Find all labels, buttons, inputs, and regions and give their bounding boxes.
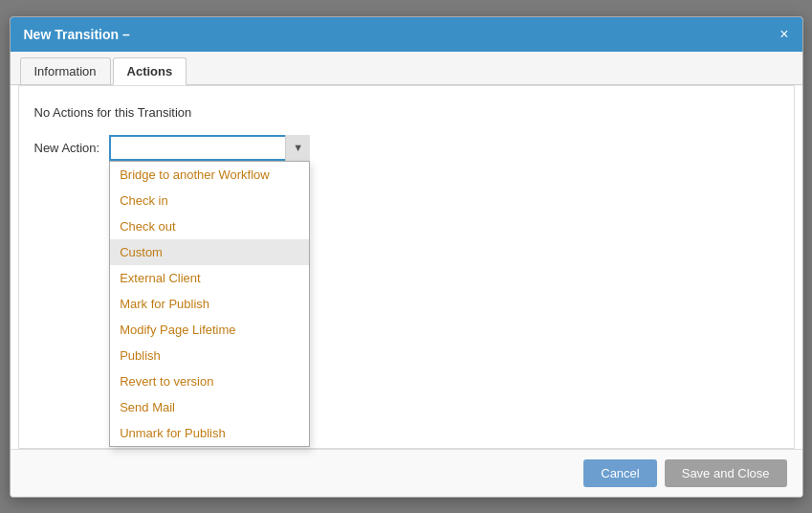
dropdown-item-external-client[interactable]: External Client: [110, 265, 309, 291]
modal-body: No Actions for this Transition New Actio…: [18, 85, 795, 449]
modal-footer: Cancel Save and Close: [11, 449, 802, 497]
dropdown-item-publish[interactable]: Publish: [110, 343, 309, 368]
close-icon[interactable]: ×: [779, 27, 788, 42]
dropdown-item-unmark-for-publish[interactable]: Unmark for Publish: [110, 420, 309, 446]
dropdown-item-bridge[interactable]: Bridge to another Workflow: [110, 162, 309, 188]
tab-actions[interactable]: Actions: [113, 57, 187, 85]
modal-dialog: New Transition – × Information Actions N…: [10, 16, 803, 498]
dropdown-item-checkin[interactable]: Check in: [110, 188, 309, 213]
new-action-select-wrapper[interactable]: | ▼ Bridge to another Workflow Check in …: [109, 135, 310, 161]
dropdown-item-custom[interactable]: Custom: [110, 239, 309, 265]
tab-bar: Information Actions: [11, 52, 802, 85]
dropdown-item-checkout[interactable]: Check out: [110, 213, 309, 239]
cancel-button[interactable]: Cancel: [583, 459, 656, 487]
new-action-label: New Action:: [34, 141, 100, 155]
new-action-input[interactable]: |: [109, 135, 310, 161]
new-action-row: New Action: | ▼ Bridge to another Workfl…: [34, 135, 779, 161]
dropdown-item-revert-to-version[interactable]: Revert to version: [110, 368, 309, 394]
dropdown-item-modify-page-lifetime[interactable]: Modify Page Lifetime: [110, 317, 309, 343]
modal-title: New Transition –: [24, 27, 130, 42]
dropdown-menu: Bridge to another Workflow Check in Chec…: [109, 161, 310, 447]
save-and-close-button[interactable]: Save and Close: [665, 459, 787, 487]
no-actions-text: No Actions for this Transition: [34, 105, 779, 120]
tab-information[interactable]: Information: [20, 57, 111, 84]
dropdown-item-send-mail[interactable]: Send Mail: [110, 394, 309, 420]
modal-header: New Transition – ×: [11, 17, 802, 52]
modal-overlay: New Transition – × Information Actions N…: [0, 0, 812, 513]
dropdown-item-mark-for-publish[interactable]: Mark for Publish: [110, 291, 309, 317]
